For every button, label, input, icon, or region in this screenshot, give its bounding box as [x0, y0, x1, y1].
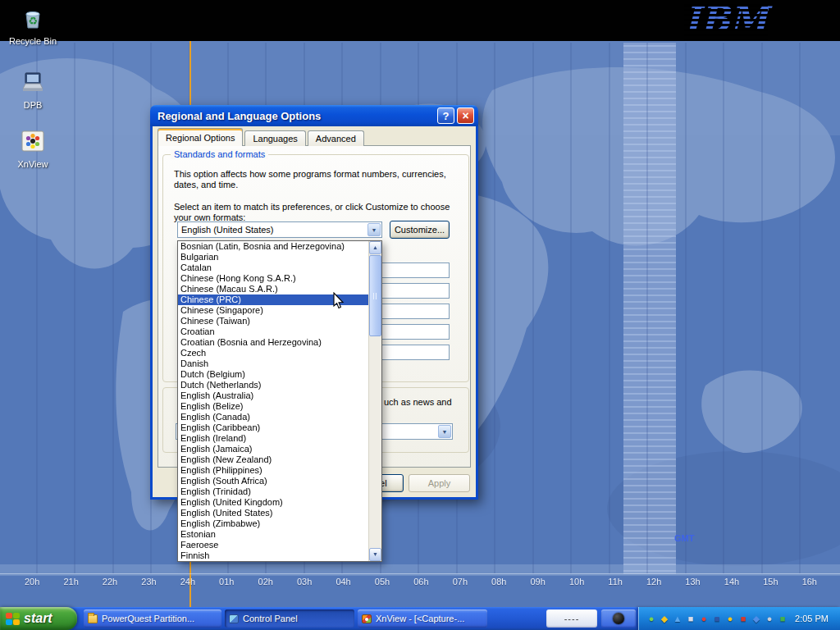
close-button[interactable]: ×	[457, 107, 474, 124]
desktop-icon-xnview[interactable]: XnView	[7, 128, 59, 169]
timezone-hour-label: 09h	[530, 577, 545, 587]
dialog-titlebar[interactable]: Regional and Language Options ? ×	[150, 105, 478, 126]
tray-icon[interactable]: ■	[685, 613, 696, 625]
description-text: dates, and time.	[174, 180, 238, 190]
tray-icon[interactable]: ◆	[751, 613, 762, 625]
language-dropdown-list: Bosnian (Latin, Bosnia and Herzegovina)B…	[177, 240, 382, 562]
language-option[interactable]: English (New Zealand)	[178, 454, 368, 465]
taskbar-button-xnview[interactable]: XnView - [<Capture-...	[358, 609, 487, 628]
language-option[interactable]: English (United States)	[178, 508, 368, 518]
recycle-bin-icon: ♻	[20, 5, 46, 31]
language-option[interactable]: English (Australia)	[178, 390, 368, 401]
tray-icon[interactable]: ■	[737, 613, 749, 625]
timezone-hour-label: 01h	[219, 577, 234, 587]
taskbar-button-folder[interactable]: PowerQuest Partition...	[84, 609, 221, 628]
tray-icon[interactable]: ●	[646, 613, 657, 625]
taskbar: start PowerQuest Partition...Control Pan…	[0, 607, 840, 630]
language-option[interactable]: Dutch (Belgium)	[178, 369, 368, 380]
customize-button[interactable]: Customize...	[390, 221, 450, 239]
timezone-hour-label: 16h	[802, 577, 817, 587]
windows-logo-icon	[6, 613, 20, 625]
taskbar-item-app[interactable]	[601, 609, 636, 628]
timezone-hour-label: 21h	[63, 577, 78, 587]
tray-icon[interactable]: ■	[777, 613, 788, 625]
regional-options-dialog: Regional and Language Options ? × Region…	[150, 105, 478, 500]
timezone-hour-label: 03h	[297, 577, 312, 587]
language-option[interactable]: English (Zimbabwe)	[178, 518, 368, 529]
chevron-down-icon[interactable]: ▼	[438, 425, 451, 438]
language-option[interactable]: Dutch (Netherlands)	[178, 380, 368, 390]
taskbar-button-control-panel[interactable]: Control Panel	[225, 609, 354, 628]
location-text-fragment: uch as news and	[384, 397, 452, 408]
combobox-value: English (United States)	[181, 225, 274, 235]
control-panel-icon	[229, 614, 239, 623]
desktop-icon-label: DPB	[7, 100, 59, 110]
language-option[interactable]: Finnish	[178, 550, 368, 561]
tab-regional-options[interactable]: Regional Options	[158, 128, 243, 146]
timezone-hour-label: 24h	[180, 577, 195, 587]
language-option[interactable]: Danish	[178, 358, 368, 369]
tray-icon[interactable]: ●	[764, 613, 775, 625]
tray-icon[interactable]: ■	[711, 613, 723, 625]
ibm-logo-stripes	[684, 2, 768, 39]
scrollbar-thumb[interactable]	[369, 255, 381, 336]
scroll-down-button[interactable]: ▼	[369, 548, 381, 561]
language-option[interactable]: Bosnian (Latin, Bosnia and Herzegovina)	[178, 241, 368, 252]
language-option[interactable]: Estonian	[178, 529, 368, 540]
start-label: start	[24, 611, 52, 626]
description-text: This option affects how some programs fo…	[174, 169, 446, 180]
format-combobox[interactable]: English (United States) ▼	[177, 221, 382, 238]
tab-languages[interactable]: Languages	[244, 130, 305, 146]
group-title: Standards and formats	[171, 149, 268, 159]
system-tray: ●◆▲■●■●■◆●■ 2:05 PM	[638, 607, 840, 630]
dialog-body: Regional OptionsLanguagesAdvanced Standa…	[153, 126, 476, 497]
language-option[interactable]: English (Trinidad)	[178, 486, 368, 497]
language-options: Bosnian (Latin, Bosnia and Herzegovina)B…	[178, 241, 368, 561]
language-option[interactable]: Faeroese	[178, 540, 368, 550]
tab-advanced[interactable]: Advanced	[308, 130, 364, 146]
timezone-hour-label: 08h	[491, 577, 506, 587]
chevron-down-icon[interactable]: ▼	[368, 223, 381, 236]
desktop-icon-label: Recycle Bin	[7, 36, 59, 46]
tray-icon-area: ●◆▲■●■●■◆●■	[646, 613, 788, 625]
dialog-title: Regional and Language Options	[158, 110, 435, 122]
language-option[interactable]: English (Ireland)	[178, 433, 368, 444]
xnview-icon	[20, 128, 46, 154]
language-option[interactable]: Croatian (Bosnia and Herzegovina)	[178, 337, 368, 348]
tray-icon[interactable]: ●	[724, 613, 736, 625]
scroll-up-button[interactable]: ▲	[369, 241, 381, 254]
scrollbar[interactable]: ▲ ▼	[368, 241, 381, 561]
timezone-hour-label: 11h	[608, 577, 623, 587]
tray-icon[interactable]: ▲	[672, 613, 683, 625]
help-button[interactable]: ?	[437, 107, 454, 124]
language-option[interactable]: English (Caribbean)	[178, 422, 368, 433]
language-option[interactable]: English (Belize)	[178, 401, 368, 412]
task-label: Control Panel	[243, 614, 303, 623]
taskbar-clock[interactable]: 2:05 PM	[788, 614, 837, 623]
start-button[interactable]: start	[0, 607, 77, 630]
tray-icon[interactable]: ●	[698, 613, 710, 625]
timezone-hour-row: 20h21h22h23h24h01h02h03h04h05h06h07h08h0…	[25, 577, 817, 587]
xnview-icon	[362, 614, 372, 623]
desktop-icon-dpb[interactable]: DPB	[7, 69, 59, 110]
language-option[interactable]: English (South Africa)	[178, 476, 368, 486]
desktop-icon-recycle-bin[interactable]: ♻ Recycle Bin	[7, 5, 59, 46]
task-label: PowerQuest Partition...	[102, 614, 199, 623]
dialog-frame: Regional OptionsLanguagesAdvanced Standa…	[150, 126, 478, 500]
language-option[interactable]: English (United Kingdom)	[178, 497, 368, 508]
language-option[interactable]: Chinese (Hong Kong S.A.R.)	[178, 273, 368, 284]
language-option[interactable]: English (Canada)	[178, 412, 368, 422]
language-option[interactable]: Bulgarian	[178, 252, 368, 262]
language-option[interactable]: Croatian	[178, 326, 368, 337]
language-option[interactable]: English (Philippines)	[178, 465, 368, 476]
task-label: XnView - [<Capture-...	[376, 614, 469, 623]
ibm-logo: IBM	[684, 2, 768, 39]
language-option[interactable]: English (Jamaica)	[178, 444, 368, 454]
language-option[interactable]: Catalan	[178, 262, 368, 273]
task-buttons: PowerQuest Partition...Control PanelXnVi…	[84, 609, 487, 628]
timezone-hour-label: 04h	[336, 577, 350, 587]
taskbar-item-dashes[interactable]: ----	[546, 609, 597, 628]
language-option[interactable]: Czech	[178, 348, 368, 358]
tray-icon[interactable]: ◆	[659, 613, 670, 625]
language-option[interactable]: Chinese (Taiwan)	[178, 316, 368, 326]
